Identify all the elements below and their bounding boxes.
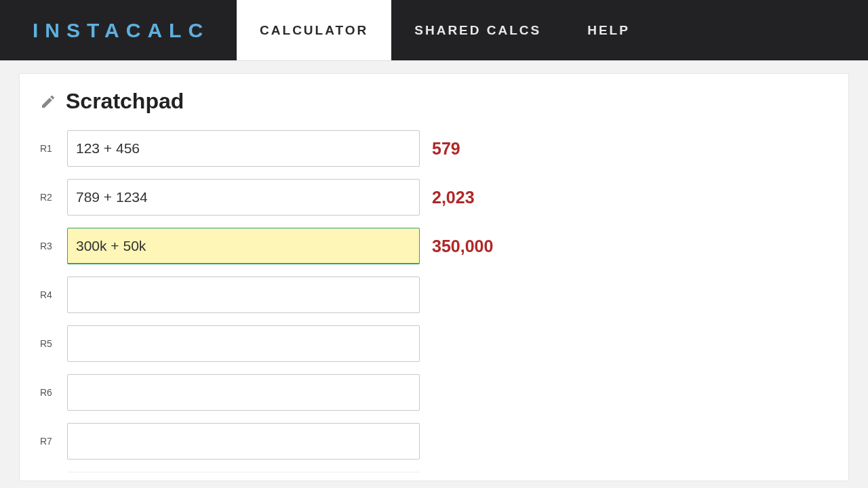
calc-row: R6 <box>40 374 828 411</box>
nav-help[interactable]: HELP <box>564 0 653 60</box>
pencil-icon[interactable] <box>40 94 56 110</box>
scratchpad-card: Scratchpad R1 579 R2 2,023 R3 350,000 R4 <box>19 73 849 481</box>
expression-input[interactable] <box>67 374 420 411</box>
row-label: R4 <box>40 289 67 300</box>
nav-shared-calcs[interactable]: SHARED CALCS <box>391 0 564 60</box>
calc-row: R4 <box>40 277 828 313</box>
page-title: Scratchpad <box>66 89 184 114</box>
logo[interactable]: INSTACALC <box>0 0 237 60</box>
nav: CALCULATOR SHARED CALCS HELP <box>237 0 653 60</box>
row-label: R6 <box>40 387 67 398</box>
expression-input[interactable] <box>67 130 420 167</box>
calc-row: R2 2,023 <box>40 179 828 216</box>
expression-input[interactable] <box>67 277 420 313</box>
divider <box>67 472 420 472</box>
result-value: 2,023 <box>432 188 475 207</box>
calc-row: R5 <box>40 325 828 362</box>
result-value: 579 <box>432 139 460 159</box>
calc-row: R3 350,000 <box>40 228 828 264</box>
row-label: R5 <box>40 338 67 349</box>
expression-input[interactable] <box>67 228 420 264</box>
expression-input[interactable] <box>67 179 420 216</box>
row-label: R1 <box>40 143 67 154</box>
row-label: R2 <box>40 192 67 203</box>
calc-row: R7 <box>40 423 828 460</box>
row-label: R3 <box>40 241 67 251</box>
title-row: Scratchpad <box>40 89 828 114</box>
row-label: R7 <box>40 436 67 447</box>
expression-input[interactable] <box>67 423 420 460</box>
app-header: INSTACALC CALCULATOR SHARED CALCS HELP <box>0 0 868 61</box>
result-value: 350,000 <box>432 237 493 256</box>
calc-row: R1 579 <box>40 130 828 167</box>
nav-calculator[interactable]: CALCULATOR <box>237 0 391 60</box>
main-area: Scratchpad R1 579 R2 2,023 R3 350,000 R4 <box>0 61 868 481</box>
expression-input[interactable] <box>67 325 420 362</box>
